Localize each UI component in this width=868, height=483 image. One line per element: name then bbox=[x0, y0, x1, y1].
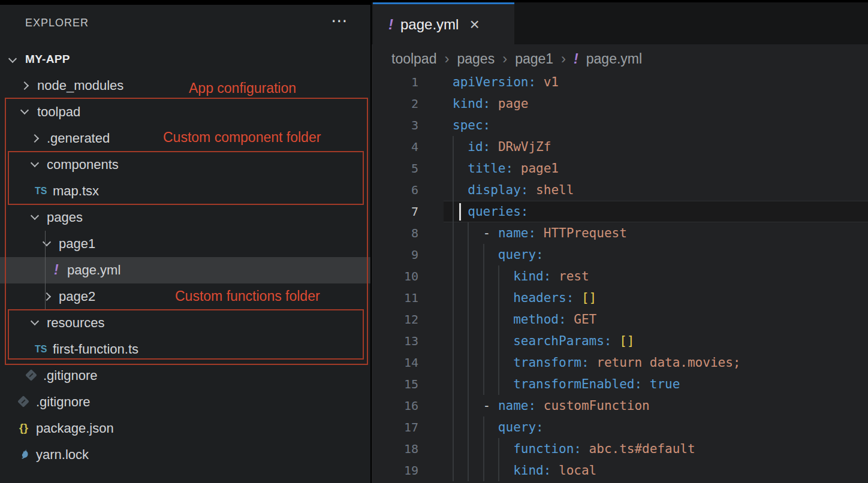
code-line-16[interactable]: 16 - name: customFunction bbox=[372, 395, 868, 416]
line-number: 3 bbox=[372, 118, 418, 132]
code-text: spec: bbox=[453, 118, 490, 132]
code-text: searchParams: [] bbox=[453, 334, 634, 348]
chevron-down-icon bbox=[43, 238, 51, 246]
tree-item-resources[interactable]: resources bbox=[0, 310, 370, 336]
tree-item--gitignore[interactable]: .gitignore bbox=[0, 389, 370, 415]
tree-item-label: toolpad bbox=[37, 104, 80, 120]
code-line-4[interactable]: 4 id: DRwVjZf bbox=[372, 136, 868, 158]
code-line-8[interactable]: 8 - name: HTTPrequest bbox=[372, 222, 868, 244]
code-text: title: page1 bbox=[453, 161, 559, 176]
line-number: 17 bbox=[372, 420, 418, 434]
line-number: 16 bbox=[372, 399, 418, 413]
line-number: 14 bbox=[372, 355, 418, 370]
tree-item-pages[interactable]: pages bbox=[0, 204, 370, 231]
code-line-6[interactable]: 6 display: shell bbox=[372, 179, 868, 201]
tree-item-label: components bbox=[47, 157, 119, 173]
tree-item-components[interactable]: components bbox=[0, 152, 370, 178]
line-number: 15 bbox=[372, 377, 418, 391]
code-line-10[interactable]: 10 kind: rest bbox=[372, 265, 868, 287]
tree-item-first-function-ts[interactable]: TSfirst-function.ts bbox=[0, 336, 370, 363]
ts-icon: TS bbox=[35, 344, 47, 355]
git-icon bbox=[25, 369, 37, 381]
toolpad-exclamation-icon: ! bbox=[54, 262, 59, 278]
code-line-13[interactable]: 13 searchParams: [] bbox=[372, 330, 868, 352]
tree-item-label: node_modules bbox=[37, 78, 123, 93]
tree-item-label: .gitignore bbox=[36, 394, 91, 410]
code-line-15[interactable]: 15 transformEnabled: true bbox=[372, 373, 868, 395]
chevron-right-icon: › bbox=[444, 50, 449, 67]
chevron-down-icon bbox=[8, 55, 17, 63]
tab-page-yml[interactable]: ! page.yml × bbox=[373, 2, 514, 44]
chevron-down-icon bbox=[31, 159, 39, 167]
code-text: function: abc.ts#default bbox=[453, 442, 695, 456]
text-cursor bbox=[459, 203, 461, 221]
chevron-down-icon bbox=[20, 106, 29, 114]
chevron-right-icon bbox=[43, 292, 51, 301]
tree-item-page1[interactable]: page1 bbox=[0, 231, 370, 257]
code-line-11[interactable]: 11 headers: [] bbox=[372, 287, 868, 309]
line-number: 9 bbox=[372, 247, 418, 262]
breadcrumb: toolpad › pages › page1 › ! page.yml bbox=[372, 44, 868, 73]
code-area[interactable]: 1apiVersion: v12kind: page3spec:4 id: DR… bbox=[372, 71, 868, 483]
tree-item-label: .gitignore bbox=[43, 368, 98, 384]
code-text: display: shell bbox=[453, 183, 574, 197]
code-text: apiVersion: v1 bbox=[453, 75, 559, 89]
toolpad-exclamation-icon: ! bbox=[388, 16, 393, 33]
code-line-5[interactable]: 5 title: page1 bbox=[372, 158, 868, 179]
tree-item-label: .generated bbox=[47, 131, 110, 146]
toolpad-exclamation-icon: ! bbox=[574, 51, 578, 67]
code-line-9[interactable]: 9 query: bbox=[372, 244, 868, 265]
code-text: query: bbox=[453, 247, 544, 262]
tab-label: page.yml bbox=[400, 16, 459, 33]
line-number: 5 bbox=[372, 161, 418, 176]
code-text: kind: rest bbox=[453, 269, 589, 283]
line-number: 7 bbox=[372, 204, 418, 219]
code-line-3[interactable]: 3spec: bbox=[372, 114, 868, 136]
breadcrumb-item-page1[interactable]: page1 bbox=[515, 51, 553, 67]
code-line-1[interactable]: 1apiVersion: v1 bbox=[372, 71, 868, 93]
breadcrumb-item-toolpad[interactable]: toolpad bbox=[391, 51, 436, 67]
breadcrumb-item-page-yml[interactable]: page.yml bbox=[586, 51, 642, 67]
tree-item-label: package.json bbox=[36, 421, 114, 436]
tree-item-my-app[interactable]: MY-APP bbox=[0, 46, 370, 73]
chevron-right-icon: › bbox=[561, 50, 566, 67]
code-text: id: DRwVjZf bbox=[453, 140, 551, 154]
code-line-14[interactable]: 14 transform: return data.movies; bbox=[372, 352, 868, 373]
code-line-2[interactable]: 2kind: page bbox=[372, 93, 868, 114]
tree-item-page-yml[interactable]: !page.yml bbox=[0, 257, 370, 283]
chevron-right-icon: › bbox=[502, 50, 507, 67]
tree-item-label: first-function.ts bbox=[53, 342, 138, 357]
tree-item-label: page2 bbox=[59, 289, 95, 304]
tree-item-label: map.tsx bbox=[53, 183, 99, 199]
tree-item-node-modules[interactable]: node_modules bbox=[0, 73, 370, 99]
yarn-icon bbox=[19, 448, 31, 463]
code-line-18[interactable]: 18 function: abc.ts#default bbox=[372, 438, 868, 460]
chevron-right-icon bbox=[20, 81, 29, 90]
tree-item-toolpad[interactable]: toolpad bbox=[0, 99, 370, 125]
tree-item-package-json[interactable]: {}package.json bbox=[0, 415, 370, 442]
tree-item-label: page.yml bbox=[67, 262, 120, 278]
tab-bar: ! page.yml × bbox=[372, 2, 868, 44]
code-line-19[interactable]: 19 kind: local bbox=[372, 460, 868, 481]
tree-item-map-tsx[interactable]: TSmap.tsx bbox=[0, 178, 370, 204]
code-text: queries: bbox=[453, 204, 528, 219]
line-number: 6 bbox=[372, 183, 418, 197]
close-icon[interactable]: × bbox=[469, 15, 479, 34]
tree-item--gitignore[interactable]: .gitignore bbox=[0, 363, 370, 389]
line-number: 10 bbox=[372, 269, 418, 283]
code-text: transformEnabled: true bbox=[453, 377, 680, 391]
tree-item-label: MY-APP bbox=[25, 53, 70, 66]
breadcrumb-item-pages[interactable]: pages bbox=[457, 51, 495, 67]
code-text: method: GET bbox=[453, 312, 596, 327]
json-icon: {} bbox=[19, 421, 28, 434]
code-text: transform: return data.movies; bbox=[453, 355, 740, 370]
code-text: - name: HTTPrequest bbox=[453, 226, 627, 240]
code-line-17[interactable]: 17 query: bbox=[372, 416, 868, 438]
editor-pane: ! page.yml × toolpad › pages › page1 › !… bbox=[372, 2, 868, 483]
code-line-12[interactable]: 12 method: GET bbox=[372, 309, 868, 330]
tree-item-yarn-lock[interactable]: yarn.lock bbox=[0, 442, 370, 468]
code-line-7[interactable]: 7 queries: bbox=[372, 201, 868, 222]
explorer-sidebar: EXPLORER ⋯ MY-APPnode_modulestoolpad.gen… bbox=[0, 5, 370, 483]
line-number: 1 bbox=[372, 75, 418, 89]
line-number: 11 bbox=[372, 291, 418, 305]
